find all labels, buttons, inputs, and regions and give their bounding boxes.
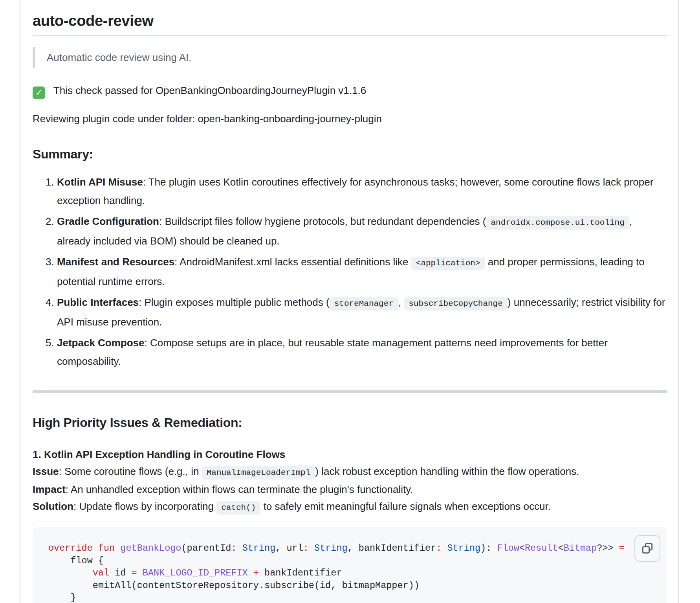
inline-code-chip: catch() — [216, 501, 260, 515]
description-text: Automatic code review using AI. — [47, 51, 192, 63]
code-token: } — [48, 592, 76, 603]
code-line: override fun getBankLogo(parentId: Strin… — [48, 542, 652, 555]
code-token: , bankIdentifier — [348, 543, 436, 553]
code-token: Flow — [497, 543, 519, 553]
markdown-report-container: auto-code-review Automatic code review u… — [20, 0, 679, 603]
section-divider — [33, 390, 667, 393]
text-run: : Update flows by incorporating — [73, 500, 216, 512]
inline-code-chip: ManualImageLoaderImpl — [202, 466, 315, 480]
copy-icon — [641, 542, 654, 555]
summary-item: Manifest and Resources: AndroidManifest.… — [57, 253, 667, 291]
code-token — [137, 568, 143, 578]
summary-item: Jetpack Compose: Compose setups are in p… — [57, 334, 667, 371]
issue-line-label: Impact — [33, 484, 66, 495]
issue-line-label: Solution — [33, 500, 73, 512]
kotlin-code-block: override fun getBankLogo(parentId: Strin… — [33, 527, 667, 603]
code-token: (parentId — [181, 543, 231, 553]
issue-block: 1. Kotlin API Exception Handling in Coro… — [33, 447, 667, 515]
code-token: flow { — [48, 555, 104, 566]
code-token: : — [303, 543, 309, 553]
code-token: String — [242, 543, 276, 553]
text-run: ) lack robust exception handling within … — [315, 465, 579, 477]
issue-line-label: Issue — [33, 465, 59, 477]
code-token: id — [109, 568, 131, 578]
code-token: BANK_LOGO_ID_PREFIX — [143, 568, 248, 578]
summary-list: Kotlin API Misuse: The plugin uses Kotli… — [33, 173, 667, 371]
code-token — [248, 568, 253, 578]
code-line: } — [48, 592, 652, 603]
summary-item-title: Public Interfaces — [57, 296, 139, 308]
issue-detail-lines: Issue: Some coroutine flows (e.g., in Ma… — [33, 464, 667, 515]
code-token: bankIdentifier — [259, 568, 342, 578]
code-token: : — [231, 543, 236, 553]
summary-item: Gradle Configuration: Buildscript files … — [57, 212, 667, 250]
code-token: < — [558, 543, 564, 553]
code-lines: override fun getBankLogo(parentId: Strin… — [48, 542, 652, 603]
code-token: Result — [525, 543, 558, 553]
inline-code-chip: storeManager — [330, 297, 398, 311]
description-blockquote: Automatic code review using AI. — [33, 47, 667, 68]
code-token: val — [93, 568, 109, 578]
code-token: ): — [480, 543, 497, 553]
code-token: < — [519, 543, 525, 553]
summary-item: Public Interfaces: Plugin exposes multip… — [57, 293, 667, 331]
code-line: flow { — [48, 555, 652, 567]
issue-detail-line: Issue: Some coroutine flows (e.g., in Ma… — [33, 464, 667, 480]
code-token: : — [436, 543, 442, 553]
code-token: String — [314, 543, 348, 553]
text-run: , — [398, 296, 404, 308]
code-token — [309, 543, 314, 553]
code-token: override fun — [48, 543, 120, 553]
inline-code-chip: <application> — [411, 257, 485, 270]
code-token: Bitmap — [564, 543, 597, 553]
issue-detail-line: Impact: An unhandled exception within fl… — [33, 482, 667, 497]
summary-heading: Summary: — [33, 146, 667, 162]
high-priority-heading: High Priority Issues & Remediation: — [33, 415, 667, 430]
code-token — [48, 568, 93, 578]
text-run: : Plugin exposes multiple public methods… — [139, 296, 330, 308]
code-token — [442, 543, 447, 553]
code-token: = — [619, 543, 625, 553]
summary-item: Kotlin API Misuse: The plugin uses Kotli… — [57, 173, 667, 210]
text-run: : An unhandled exception within flows ca… — [66, 484, 413, 495]
inline-code-chip: subscribeCopyChange — [404, 297, 507, 311]
text-run: : Buildscript files follow hygiene proto… — [159, 215, 486, 227]
code-token: = — [132, 568, 137, 578]
code-token: getBankLogo — [120, 543, 181, 553]
code-token: , url — [275, 543, 303, 553]
check-passed-icon: ✓ — [33, 86, 45, 99]
page-title: auto-code-review — [33, 12, 667, 36]
summary-item-title: Gradle Configuration — [57, 215, 159, 227]
issue-detail-line: Solution: Update flows by incorporating … — [33, 499, 667, 515]
issue-title: 1. Kotlin API Exception Handling in Coro… — [33, 447, 667, 462]
code-line: emitAll(contentStoreRepository.subscribe… — [48, 579, 652, 592]
text-run: : The plugin uses Kotlin coroutines effe… — [57, 176, 653, 206]
summary-item-title: Kotlin API Misuse — [57, 176, 143, 188]
copy-code-button[interactable] — [634, 535, 660, 562]
text-run: : Some coroutine flows (e.g., in — [59, 465, 202, 477]
text-run: : AndroidManifest.xml lacks essential de… — [174, 256, 411, 268]
check-status-text: This check passed for OpenBankingOnboard… — [53, 85, 366, 96]
code-token: + — [253, 568, 259, 578]
inline-code-chip: androidx.compose.ui.tooling — [486, 216, 629, 230]
code-token: String — [447, 543, 480, 553]
check-status-line: ✓ This check passed for OpenBankingOnboa… — [33, 82, 667, 99]
code-line: val id = BANK_LOGO_ID_PREFIX + bankIdent… — [48, 567, 652, 579]
text-run: to safely emit meaningful failure signal… — [260, 500, 551, 512]
summary-item-title: Manifest and Resources — [57, 256, 174, 268]
summary-item-title: Jetpack Compose — [57, 337, 145, 349]
code-token: emitAll(contentStoreRepository.subscribe… — [48, 580, 420, 591]
reviewing-folder-line: Reviewing plugin code under folder: open… — [33, 110, 667, 127]
code-token: ?>> — [597, 543, 619, 553]
code-token — [237, 543, 242, 553]
